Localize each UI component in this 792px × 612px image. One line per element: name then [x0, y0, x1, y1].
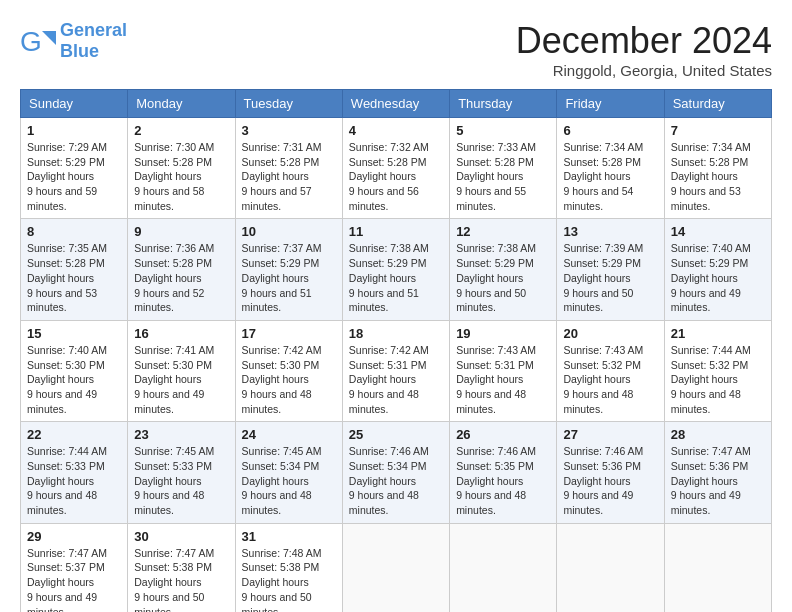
calendar-cell — [450, 523, 557, 612]
logo: G General Blue — [20, 20, 127, 62]
day-number: 31 — [242, 529, 336, 544]
logo-text: General Blue — [60, 20, 127, 62]
day-number: 16 — [134, 326, 228, 341]
day-info: Sunrise: 7:40 AM Sunset: 5:30 PM Dayligh… — [27, 343, 121, 416]
day-number: 11 — [349, 224, 443, 239]
calendar-cell: 31 Sunrise: 7:48 AM Sunset: 5:38 PM Dayl… — [235, 523, 342, 612]
day-info: Sunrise: 7:29 AM Sunset: 5:29 PM Dayligh… — [27, 140, 121, 213]
calendar-week-row: 29 Sunrise: 7:47 AM Sunset: 5:37 PM Dayl… — [21, 523, 772, 612]
day-number: 4 — [349, 123, 443, 138]
day-number: 20 — [563, 326, 657, 341]
day-info: Sunrise: 7:44 AM Sunset: 5:32 PM Dayligh… — [671, 343, 765, 416]
day-number: 30 — [134, 529, 228, 544]
day-number: 23 — [134, 427, 228, 442]
day-info: Sunrise: 7:31 AM Sunset: 5:28 PM Dayligh… — [242, 140, 336, 213]
calendar-cell: 16 Sunrise: 7:41 AM Sunset: 5:30 PM Dayl… — [128, 320, 235, 421]
calendar-cell: 28 Sunrise: 7:47 AM Sunset: 5:36 PM Dayl… — [664, 422, 771, 523]
day-number: 12 — [456, 224, 550, 239]
calendar-week-row: 22 Sunrise: 7:44 AM Sunset: 5:33 PM Dayl… — [21, 422, 772, 523]
day-number: 18 — [349, 326, 443, 341]
calendar-cell — [342, 523, 449, 612]
day-number: 27 — [563, 427, 657, 442]
day-info: Sunrise: 7:48 AM Sunset: 5:38 PM Dayligh… — [242, 546, 336, 612]
day-info: Sunrise: 7:40 AM Sunset: 5:29 PM Dayligh… — [671, 241, 765, 314]
day-info: Sunrise: 7:32 AM Sunset: 5:28 PM Dayligh… — [349, 140, 443, 213]
day-number: 14 — [671, 224, 765, 239]
calendar-cell: 2 Sunrise: 7:30 AM Sunset: 5:28 PM Dayli… — [128, 118, 235, 219]
day-info: Sunrise: 7:44 AM Sunset: 5:33 PM Dayligh… — [27, 444, 121, 517]
day-info: Sunrise: 7:45 AM Sunset: 5:34 PM Dayligh… — [242, 444, 336, 517]
location: Ringgold, Georgia, United States — [516, 62, 772, 79]
logo-blue: Blue — [60, 41, 99, 61]
calendar-cell: 14 Sunrise: 7:40 AM Sunset: 5:29 PM Dayl… — [664, 219, 771, 320]
calendar-cell: 29 Sunrise: 7:47 AM Sunset: 5:37 PM Dayl… — [21, 523, 128, 612]
month-title: December 2024 — [516, 20, 772, 62]
svg-marker-1 — [42, 31, 56, 45]
day-number: 6 — [563, 123, 657, 138]
calendar-table: SundayMondayTuesdayWednesdayThursdayFrid… — [20, 89, 772, 612]
day-info: Sunrise: 7:47 AM Sunset: 5:38 PM Dayligh… — [134, 546, 228, 612]
calendar-cell: 20 Sunrise: 7:43 AM Sunset: 5:32 PM Dayl… — [557, 320, 664, 421]
calendar-cell: 25 Sunrise: 7:46 AM Sunset: 5:34 PM Dayl… — [342, 422, 449, 523]
weekday-header-row: SundayMondayTuesdayWednesdayThursdayFrid… — [21, 90, 772, 118]
weekday-header-thursday: Thursday — [450, 90, 557, 118]
calendar-cell — [664, 523, 771, 612]
day-info: Sunrise: 7:30 AM Sunset: 5:28 PM Dayligh… — [134, 140, 228, 213]
day-info: Sunrise: 7:41 AM Sunset: 5:30 PM Dayligh… — [134, 343, 228, 416]
calendar-cell: 8 Sunrise: 7:35 AM Sunset: 5:28 PM Dayli… — [21, 219, 128, 320]
day-number: 19 — [456, 326, 550, 341]
day-number: 10 — [242, 224, 336, 239]
day-number: 8 — [27, 224, 121, 239]
calendar-cell: 12 Sunrise: 7:38 AM Sunset: 5:29 PM Dayl… — [450, 219, 557, 320]
calendar-cell: 6 Sunrise: 7:34 AM Sunset: 5:28 PM Dayli… — [557, 118, 664, 219]
weekday-header-saturday: Saturday — [664, 90, 771, 118]
day-info: Sunrise: 7:34 AM Sunset: 5:28 PM Dayligh… — [671, 140, 765, 213]
calendar-cell: 10 Sunrise: 7:37 AM Sunset: 5:29 PM Dayl… — [235, 219, 342, 320]
calendar-cell: 27 Sunrise: 7:46 AM Sunset: 5:36 PM Dayl… — [557, 422, 664, 523]
day-info: Sunrise: 7:42 AM Sunset: 5:30 PM Dayligh… — [242, 343, 336, 416]
day-number: 9 — [134, 224, 228, 239]
calendar-cell: 17 Sunrise: 7:42 AM Sunset: 5:30 PM Dayl… — [235, 320, 342, 421]
day-number: 29 — [27, 529, 121, 544]
day-number: 17 — [242, 326, 336, 341]
day-number: 28 — [671, 427, 765, 442]
day-info: Sunrise: 7:46 AM Sunset: 5:36 PM Dayligh… — [563, 444, 657, 517]
day-info: Sunrise: 7:38 AM Sunset: 5:29 PM Dayligh… — [349, 241, 443, 314]
day-info: Sunrise: 7:36 AM Sunset: 5:28 PM Dayligh… — [134, 241, 228, 314]
day-number: 26 — [456, 427, 550, 442]
day-info: Sunrise: 7:47 AM Sunset: 5:37 PM Dayligh… — [27, 546, 121, 612]
calendar-cell: 19 Sunrise: 7:43 AM Sunset: 5:31 PM Dayl… — [450, 320, 557, 421]
calendar-cell: 7 Sunrise: 7:34 AM Sunset: 5:28 PM Dayli… — [664, 118, 771, 219]
calendar-cell: 30 Sunrise: 7:47 AM Sunset: 5:38 PM Dayl… — [128, 523, 235, 612]
weekday-header-wednesday: Wednesday — [342, 90, 449, 118]
calendar-cell: 26 Sunrise: 7:46 AM Sunset: 5:35 PM Dayl… — [450, 422, 557, 523]
title-block: December 2024 Ringgold, Georgia, United … — [516, 20, 772, 79]
day-number: 24 — [242, 427, 336, 442]
day-info: Sunrise: 7:42 AM Sunset: 5:31 PM Dayligh… — [349, 343, 443, 416]
calendar-cell: 11 Sunrise: 7:38 AM Sunset: 5:29 PM Dayl… — [342, 219, 449, 320]
day-info: Sunrise: 7:35 AM Sunset: 5:28 PM Dayligh… — [27, 241, 121, 314]
day-number: 5 — [456, 123, 550, 138]
day-number: 21 — [671, 326, 765, 341]
day-number: 22 — [27, 427, 121, 442]
day-info: Sunrise: 7:46 AM Sunset: 5:35 PM Dayligh… — [456, 444, 550, 517]
day-info: Sunrise: 7:33 AM Sunset: 5:28 PM Dayligh… — [456, 140, 550, 213]
calendar-cell: 5 Sunrise: 7:33 AM Sunset: 5:28 PM Dayli… — [450, 118, 557, 219]
weekday-header-monday: Monday — [128, 90, 235, 118]
weekday-header-friday: Friday — [557, 90, 664, 118]
calendar-cell: 4 Sunrise: 7:32 AM Sunset: 5:28 PM Dayli… — [342, 118, 449, 219]
calendar-cell: 22 Sunrise: 7:44 AM Sunset: 5:33 PM Dayl… — [21, 422, 128, 523]
day-info: Sunrise: 7:38 AM Sunset: 5:29 PM Dayligh… — [456, 241, 550, 314]
day-info: Sunrise: 7:43 AM Sunset: 5:31 PM Dayligh… — [456, 343, 550, 416]
weekday-header-sunday: Sunday — [21, 90, 128, 118]
day-number: 15 — [27, 326, 121, 341]
calendar-week-row: 15 Sunrise: 7:40 AM Sunset: 5:30 PM Dayl… — [21, 320, 772, 421]
day-info: Sunrise: 7:34 AM Sunset: 5:28 PM Dayligh… — [563, 140, 657, 213]
calendar-cell: 13 Sunrise: 7:39 AM Sunset: 5:29 PM Dayl… — [557, 219, 664, 320]
day-info: Sunrise: 7:45 AM Sunset: 5:33 PM Dayligh… — [134, 444, 228, 517]
day-number: 7 — [671, 123, 765, 138]
calendar-cell — [557, 523, 664, 612]
calendar-cell: 23 Sunrise: 7:45 AM Sunset: 5:33 PM Dayl… — [128, 422, 235, 523]
day-info: Sunrise: 7:37 AM Sunset: 5:29 PM Dayligh… — [242, 241, 336, 314]
logo-general: General — [60, 20, 127, 40]
